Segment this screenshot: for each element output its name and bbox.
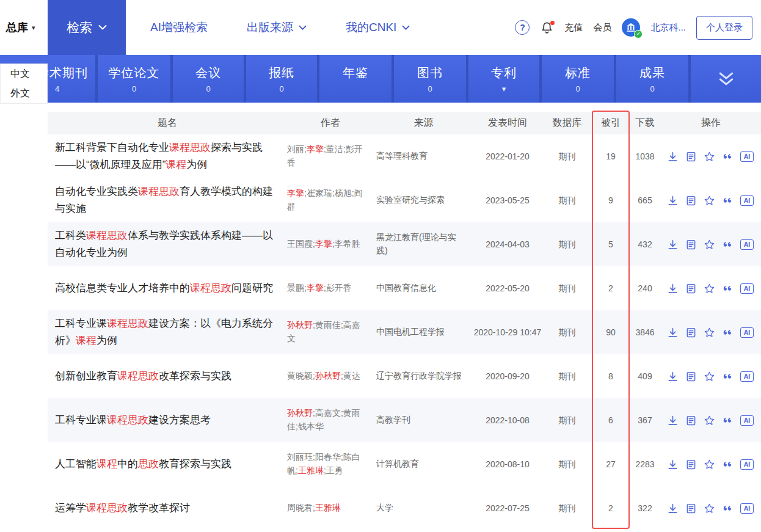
download-icon[interactable]: [667, 503, 679, 514]
db-tab-3[interactable]: 会议0: [173, 55, 246, 103]
db-tab-4[interactable]: 报纸0: [246, 55, 319, 103]
download-count[interactable]: 409: [629, 370, 661, 383]
member-link[interactable]: 会员: [593, 22, 611, 34]
result-source-link[interactable]: 计算机教育: [374, 457, 473, 471]
quote-icon[interactable]: [722, 415, 734, 426]
download-icon[interactable]: [667, 195, 679, 206]
read-icon[interactable]: [685, 371, 697, 382]
db-tab-8[interactable]: 标准0: [542, 55, 616, 103]
result-title-link[interactable]: 工科专业课课程思政建设方案：以《电力系统分析》课程为例: [48, 310, 287, 354]
db-tab-9[interactable]: 成果0: [616, 55, 691, 103]
help-icon[interactable]: ?: [515, 20, 530, 35]
read-icon[interactable]: [685, 327, 697, 338]
read-icon[interactable]: [685, 239, 697, 250]
quote-icon[interactable]: [722, 283, 734, 294]
quote-icon[interactable]: [722, 151, 734, 162]
result-title-link[interactable]: 自动化专业实践类课程思政育人教学模式的构建与实施: [48, 178, 287, 222]
db-tab-2[interactable]: 学位论文0: [98, 55, 173, 103]
nav-publish-source[interactable]: 出版来源: [247, 20, 307, 35]
download-count[interactable]: 367: [629, 414, 661, 427]
result-source-link[interactable]: 大学: [374, 501, 473, 515]
lang-tab-foreign[interactable]: 外文: [1, 84, 47, 103]
lang-tab-chinese[interactable]: 中文: [1, 64, 47, 84]
result-source-link[interactable]: 实验室研究与探索: [374, 194, 473, 207]
result-authors[interactable]: 刘丽;李擎;董洁;彭开香: [287, 143, 374, 169]
read-icon[interactable]: [685, 283, 697, 294]
result-source-link[interactable]: 中国电机工程学报: [374, 326, 473, 339]
download-icon[interactable]: [667, 415, 679, 426]
ai-icon[interactable]: AI: [740, 239, 754, 250]
cited-count[interactable]: 19: [592, 150, 629, 163]
favorite-icon[interactable]: [704, 151, 715, 162]
db-selector[interactable]: 总库 ▾: [6, 0, 35, 55]
org-logo[interactable]: ✓: [622, 18, 640, 37]
db-tab-6[interactable]: 图书0: [394, 55, 468, 103]
result-authors[interactable]: 黄晓颖;孙秋野;黄达: [287, 370, 374, 383]
read-icon[interactable]: [685, 195, 697, 206]
result-title-link[interactable]: 工科专业课课程思政建设方案思考: [48, 407, 287, 434]
cited-count[interactable]: 2: [592, 502, 629, 515]
quote-icon[interactable]: [722, 371, 734, 382]
cited-count[interactable]: 6: [592, 414, 629, 427]
read-icon[interactable]: [685, 459, 697, 470]
org-name[interactable]: 北京科...: [650, 22, 686, 34]
result-authors[interactable]: 景鹏;李擎;彭开香: [287, 282, 374, 295]
result-source-link[interactable]: 黑龙江教育(理论与实践): [374, 231, 473, 257]
download-count[interactable]: 322: [629, 502, 661, 515]
ai-icon[interactable]: AI: [740, 195, 754, 206]
ai-icon[interactable]: AI: [740, 151, 754, 162]
result-authors[interactable]: 孙秋野;黄雨佳;高嘉文: [287, 319, 374, 345]
read-icon[interactable]: [685, 415, 697, 426]
db-tab-5[interactable]: 年鉴: [319, 55, 394, 103]
result-authors[interactable]: 刘丽珏;阳春华;陈白帆;王雅琳;王勇: [287, 451, 374, 477]
download-count[interactable]: 2283: [629, 458, 661, 471]
download-icon[interactable]: [667, 459, 679, 470]
recharge-link[interactable]: 充值: [564, 22, 583, 34]
quote-icon[interactable]: [722, 327, 734, 338]
bell-icon[interactable]: [540, 21, 554, 35]
read-icon[interactable]: [685, 151, 697, 162]
ai-icon[interactable]: AI: [740, 503, 754, 514]
ai-icon[interactable]: AI: [740, 415, 754, 426]
result-title-link[interactable]: 创新创业教育课程思政改革探索与实践: [48, 363, 287, 390]
favorite-icon[interactable]: [704, 239, 715, 250]
result-source-link[interactable]: 高等理科教育: [374, 150, 473, 163]
favorite-icon[interactable]: [704, 415, 715, 426]
favorite-icon[interactable]: [704, 503, 715, 514]
expand-tabs-icon[interactable]: [691, 55, 761, 103]
result-title-link[interactable]: 运筹学课程思政教学改革探讨: [48, 495, 287, 522]
ai-icon[interactable]: AI: [740, 371, 754, 382]
result-authors[interactable]: 王国霞;李擎;李希胜: [287, 238, 374, 251]
result-title-link[interactable]: 人工智能课程中的思政教育探索与实践: [48, 451, 287, 478]
favorite-icon[interactable]: [704, 195, 715, 206]
cited-count[interactable]: 9: [592, 194, 629, 207]
result-title-link[interactable]: 新工科背景下自动化专业课程思政探索与实践——以“微机原理及应用”课程为例: [48, 134, 287, 178]
quote-icon[interactable]: [722, 503, 734, 514]
cited-count[interactable]: 8: [592, 370, 629, 383]
quote-icon[interactable]: [722, 195, 734, 206]
quote-icon[interactable]: [722, 459, 734, 470]
result-source-link[interactable]: 高教学刊: [374, 414, 473, 427]
result-source-link[interactable]: 辽宁教育行政学院学报: [374, 370, 473, 383]
result-source-link[interactable]: 中国教育信息化: [374, 282, 473, 295]
db-tab-7[interactable]: 专利▾: [468, 55, 542, 103]
ai-icon[interactable]: AI: [740, 327, 754, 338]
download-icon[interactable]: [667, 371, 679, 382]
result-authors[interactable]: 李擎;崔家瑞;杨旭;阎群: [287, 187, 374, 213]
result-authors[interactable]: 孙秋野;高嘉文;黄雨佳;钱本华: [287, 407, 374, 433]
download-count[interactable]: 1038: [629, 150, 661, 163]
cited-count[interactable]: 90: [592, 326, 629, 339]
nav-my-cnki[interactable]: 我的CNKI: [346, 20, 410, 35]
result-authors[interactable]: 周晓君;王雅琳: [287, 501, 374, 515]
read-icon[interactable]: [685, 503, 697, 514]
favorite-icon[interactable]: [704, 283, 715, 294]
download-icon[interactable]: [667, 239, 679, 250]
search-tab[interactable]: 检索: [48, 0, 126, 55]
download-icon[interactable]: [667, 151, 679, 162]
favorite-icon[interactable]: [704, 327, 715, 338]
login-button[interactable]: 个人登录: [696, 16, 752, 40]
cited-count[interactable]: 5: [592, 238, 629, 251]
download-count[interactable]: 432: [629, 238, 661, 251]
download-count[interactable]: 240: [629, 282, 661, 295]
favorite-icon[interactable]: [704, 371, 715, 382]
